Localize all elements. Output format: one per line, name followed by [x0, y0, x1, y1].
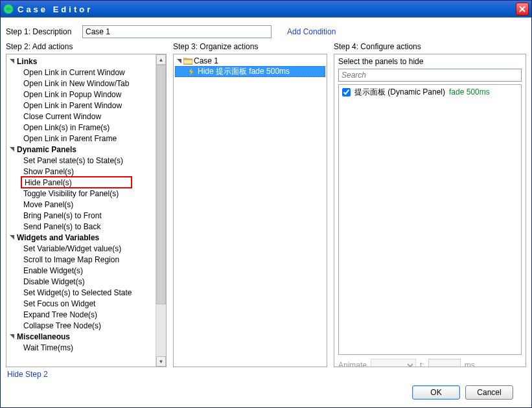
chevron-down-icon — [9, 334, 17, 339]
search-input[interactable] — [338, 69, 522, 82]
action-send-to-back[interactable]: Send Panel(s) to Back — [6, 221, 156, 232]
group-links[interactable]: Links — [6, 56, 156, 67]
action-toggle-visibility[interactable]: Toggle Visibility for Panel(s) — [6, 188, 156, 199]
scroll-up-button[interactable]: ▲ — [156, 54, 166, 65]
folder-icon — [183, 57, 192, 65]
step1-row: Step 1: Description Add Condition — [6, 25, 526, 38]
chevron-down-icon — [9, 58, 17, 64]
panel-label: 提示面板 (Dynamic Panel) — [354, 87, 445, 98]
chevron-down-icon — [9, 146, 17, 152]
organize-panel: Case 1 Hide 提示面板 fade 500ms — [173, 54, 327, 367]
group-widgets-variables[interactable]: Widgets and Variables — [6, 232, 156, 243]
organize-tree: Case 1 Hide 提示面板 fade 500ms — [174, 54, 327, 78]
close-button[interactable] — [516, 3, 529, 16]
action-open-link-parent-frame[interactable]: Open Link in Parent Frame — [6, 133, 156, 144]
action-move-panels[interactable]: Move Panel(s) — [6, 199, 156, 210]
configure-panel: Select the panels to hide 提示面板 (Dynamic … — [334, 54, 526, 367]
chevron-down-icon — [9, 234, 17, 240]
action-open-link-new[interactable]: Open Link in New Window/Tab — [6, 78, 156, 89]
ms-label: ms — [465, 361, 475, 367]
action-set-focus[interactable]: Set Focus on Widget — [6, 298, 156, 309]
animate-select — [371, 359, 416, 367]
action-open-links-frames[interactable]: Open Link(s) in Frame(s) — [6, 122, 156, 133]
step1-label: Step 1: Description — [6, 27, 82, 36]
description-input[interactable] — [82, 25, 272, 38]
t-label: t: — [420, 361, 424, 367]
panel-list-item[interactable]: 提示面板 (Dynamic Panel) fade 500ms — [341, 87, 519, 97]
group-misc[interactable]: Miscellaneous — [6, 331, 156, 342]
panel-fade-label: fade 500ms — [449, 87, 490, 96]
group-dynamic-panels[interactable]: Dynamic Panels — [6, 144, 156, 155]
step2-header: Step 2: Add actions — [6, 41, 167, 54]
animate-label: Animate — [338, 361, 367, 367]
hide-step2-link[interactable]: Hide Step 2 — [6, 367, 167, 381]
action-set-panel-state[interactable]: Set Panel state(s) to State(s) — [6, 155, 156, 166]
action-open-link-popup[interactable]: Open Link in Popup Window — [6, 89, 156, 100]
chevron-down-icon — [176, 58, 182, 64]
actions-tree: Links Open Link in Current Window Open L… — [6, 54, 156, 354]
actions-panel: Links Open Link in Current Window Open L… — [6, 54, 167, 367]
action-collapse-tree[interactable]: Collapse Tree Node(s) — [6, 320, 156, 331]
step3-column: Step 3: Organize actions Case 1 — [173, 41, 327, 381]
dialog-body: Step 1: Description Add Condition Step 2… — [1, 17, 531, 407]
action-scroll-image-map[interactable]: Scroll to Image Map Region — [6, 254, 156, 265]
group-misc-label: Miscellaneous — [17, 332, 70, 341]
action-set-selected-state[interactable]: Set Widget(s) to Selected State — [6, 287, 156, 298]
footer: OK Cancel — [6, 381, 526, 402]
animate-row: Animate t: ms — [334, 355, 526, 367]
bolt-icon — [187, 68, 195, 76]
action-hide-panels[interactable]: Hide Panel(s) — [21, 176, 132, 188]
panel-list: 提示面板 (Dynamic Panel) fade 500ms — [338, 84, 522, 355]
step4-column: Step 4: Configure actions Select the pan… — [334, 41, 526, 381]
ok-button[interactable]: OK — [412, 385, 460, 400]
title-bar: Case Editor — [1, 1, 531, 17]
action-expand-tree[interactable]: Expand Tree Node(s) — [6, 309, 156, 320]
step4-header: Step 4: Configure actions — [334, 41, 526, 54]
group-dynamic-panels-label: Dynamic Panels — [17, 145, 76, 154]
configure-title: Select the panels to hide — [334, 54, 526, 67]
add-condition-link[interactable]: Add Condition — [287, 27, 336, 36]
action-close-window[interactable]: Close Current Window — [6, 111, 156, 122]
app-icon — [3, 4, 14, 14]
cancel-button[interactable]: Cancel — [465, 385, 513, 400]
svg-rect-1 — [183, 60, 192, 64]
action-wait-time[interactable]: Wait Time(ms) — [6, 342, 156, 353]
panel-checkbox[interactable] — [342, 88, 351, 96]
window-title: Case Editor — [17, 5, 516, 14]
action-enable-widgets[interactable]: Enable Widget(s) — [6, 265, 156, 276]
columns: Step 2: Add actions Links Open Link in C… — [6, 41, 526, 381]
step3-header: Step 3: Organize actions — [173, 41, 327, 54]
action-node-label: Hide 提示面板 fade 500ms — [198, 66, 290, 77]
action-disable-widgets[interactable]: Disable Widget(s) — [6, 276, 156, 287]
action-open-link-current[interactable]: Open Link in Current Window — [6, 67, 156, 78]
group-widgets-variables-label: Widgets and Variables — [17, 233, 99, 242]
scroll-thumb[interactable] — [156, 65, 166, 304]
duration-input — [428, 359, 461, 367]
action-set-variable[interactable]: Set Variable/Widget value(s) — [6, 243, 156, 254]
scroll-down-button[interactable]: ▼ — [156, 356, 166, 367]
action-node-selected[interactable]: Hide 提示面板 fade 500ms — [175, 66, 325, 77]
action-bring-to-front[interactable]: Bring Panel(s) to Front — [6, 210, 156, 221]
case-label: Case 1 — [194, 56, 218, 65]
actions-scrollbar[interactable]: ▲ ▼ — [156, 54, 166, 367]
case-node[interactable]: Case 1 — [175, 56, 325, 66]
step2-column: Step 2: Add actions Links Open Link in C… — [6, 41, 167, 381]
action-open-link-parent[interactable]: Open Link in Parent Window — [6, 100, 156, 111]
group-links-label: Links — [17, 57, 37, 66]
action-show-panels[interactable]: Show Panel(s) — [6, 166, 156, 177]
case-editor-window: Case Editor Step 1: Description Add Cond… — [0, 0, 532, 408]
